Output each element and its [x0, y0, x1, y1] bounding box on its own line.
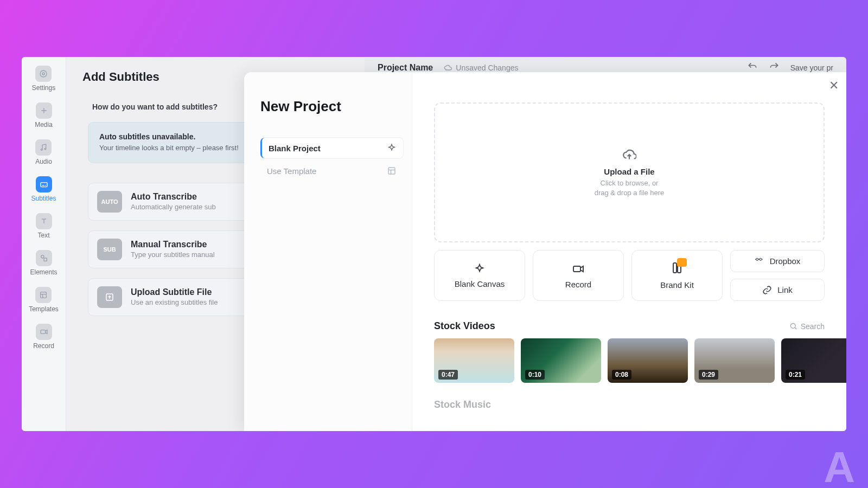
- gear-icon: [35, 66, 52, 82]
- sidebar-item-label: Settings: [32, 84, 55, 92]
- svg-point-1: [40, 70, 47, 77]
- text-icon: [36, 213, 52, 229]
- stock-thumbnails: 0:47 0:10 0:08 0:29 0:21: [434, 338, 825, 383]
- sidebar-item-label: Elements: [30, 268, 57, 276]
- shapes-icon: [36, 250, 52, 266]
- sidebar-item-media[interactable]: Media: [35, 102, 53, 129]
- app-window: Settings Media Audio Subtitles Text Elem…: [22, 57, 846, 431]
- duration-badge: 0:08: [612, 370, 631, 380]
- svg-point-5: [44, 148, 46, 150]
- sidebar-item-audio[interactable]: Audio: [35, 139, 52, 165]
- sidebar-item-templates[interactable]: Templates: [29, 287, 59, 313]
- sidebar-item-label: Subtitles: [31, 195, 56, 202]
- stock-video-thumb[interactable]: 0:21: [781, 338, 846, 383]
- stock-video-thumb[interactable]: 0:10: [521, 338, 601, 383]
- sidebar-item-text[interactable]: Text: [36, 213, 52, 239]
- stock-video-thumb[interactable]: 0:47: [434, 338, 514, 383]
- upload-badge-icon: [97, 286, 122, 308]
- stock-video-thumb[interactable]: 0:08: [608, 338, 688, 383]
- duration-badge: 0:10: [525, 370, 545, 380]
- camera-icon: [36, 324, 52, 340]
- sidebar-item-elements[interactable]: Elements: [30, 250, 57, 276]
- svg-rect-21: [573, 266, 580, 272]
- sidebar-item-label: Templates: [29, 305, 59, 313]
- option-title: Auto Transcribe: [131, 192, 216, 202]
- subtitle-icon: [36, 176, 52, 192]
- sidebar-item-subtitles[interactable]: Subtitles: [31, 176, 56, 202]
- modal-title: New Project: [260, 98, 403, 115]
- template-icon: [35, 287, 52, 303]
- option-subtitle: Automatically generate sub: [131, 203, 216, 211]
- stock-search-button[interactable]: Search: [789, 322, 825, 331]
- plus-icon: [36, 102, 52, 119]
- card-label: Blank Canvas: [455, 279, 505, 288]
- brand-kit-icon-wrap: [671, 261, 684, 276]
- duration-badge: 0:21: [786, 370, 805, 380]
- link-icon: [762, 285, 772, 295]
- upload-cloud-icon: [622, 147, 636, 162]
- search-icon: [789, 322, 797, 330]
- project-name[interactable]: Project Name: [378, 63, 433, 73]
- svg-rect-13: [41, 292, 47, 298]
- option-subtitle: Type your subtitles manual: [131, 251, 215, 259]
- stock-videos-header: Stock Videos Search: [434, 320, 825, 332]
- pill-label: Dropbox: [770, 256, 801, 266]
- unsaved-indicator: Unsaved Changes: [444, 63, 518, 72]
- sub-badge-icon: SUB: [97, 239, 122, 260]
- upgrade-badge-icon: [677, 258, 687, 267]
- modal-right-panel: Upload a File Click to browse, or drag &…: [412, 72, 846, 431]
- svg-rect-16: [41, 330, 46, 334]
- blank-canvas-card[interactable]: Blank Canvas: [434, 250, 525, 301]
- record-card[interactable]: Record: [533, 250, 624, 301]
- brand-kit-card[interactable]: Brand Kit: [631, 250, 723, 301]
- cloud-off-icon: [444, 63, 452, 72]
- template-icon: [387, 166, 397, 176]
- dropbox-button[interactable]: Dropbox: [730, 250, 825, 272]
- option-use-template[interactable]: Use Template: [260, 160, 403, 181]
- card-label: Record: [565, 280, 591, 289]
- card-label: Brand Kit: [660, 280, 694, 290]
- sidebar-item-label: Audio: [35, 158, 52, 165]
- watermark: A: [824, 442, 852, 488]
- upload-dropzone[interactable]: Upload a File Click to browse, or drag &…: [434, 102, 825, 242]
- pill-label: Link: [777, 285, 793, 294]
- section-title: Stock Videos: [434, 320, 495, 332]
- option-blank-project[interactable]: Blank Project: [260, 138, 403, 158]
- svg-point-11: [41, 255, 43, 258]
- music-note-icon: [35, 139, 52, 156]
- left-sidebar: Settings Media Audio Subtitles Text Elem…: [22, 57, 66, 431]
- sidebar-item-settings[interactable]: Settings: [32, 66, 55, 92]
- close-button[interactable]: ✕: [829, 79, 839, 93]
- upload-title: Upload a File: [604, 167, 654, 176]
- svg-point-0: [42, 73, 44, 75]
- sidebar-item-record[interactable]: Record: [33, 324, 54, 350]
- sidebar-item-label: Media: [35, 121, 53, 129]
- link-button[interactable]: Link: [730, 279, 825, 301]
- option-title: Manual Transcribe: [131, 240, 215, 249]
- svg-rect-6: [41, 183, 47, 187]
- duration-badge: 0:47: [438, 370, 458, 380]
- search-label: Search: [801, 322, 825, 331]
- auto-badge-icon: AUTO: [97, 191, 122, 213]
- camera-icon: [572, 262, 585, 275]
- sparkle-icon: [474, 263, 486, 275]
- option-subtitle: Use an existing subtitles file: [131, 298, 218, 306]
- option-title: Upload Subtitle File: [131, 287, 218, 297]
- sparkle-icon: [387, 143, 397, 153]
- new-project-modal: ✕ New Project Blank Project Use Template…: [244, 72, 846, 431]
- dropbox-icon: [755, 256, 764, 266]
- option-label: Blank Project: [269, 144, 321, 153]
- svg-point-4: [41, 149, 43, 151]
- modal-left-panel: New Project Blank Project Use Template: [244, 72, 412, 431]
- stock-music-header: Stock Music: [434, 399, 825, 410]
- sidebar-item-label: Record: [33, 342, 54, 350]
- svg-rect-12: [44, 258, 47, 261]
- stock-video-thumb[interactable]: 0:29: [694, 338, 775, 383]
- save-hint[interactable]: Save your pr: [790, 63, 833, 72]
- svg-rect-22: [673, 263, 676, 273]
- sidebar-item-label: Text: [37, 232, 49, 239]
- unsaved-label: Unsaved Changes: [456, 63, 518, 72]
- upload-sub: Click to browse, or drag & drop a file h…: [595, 178, 665, 197]
- action-row: Blank Canvas Record Brand Kit D: [434, 250, 825, 301]
- svg-point-24: [790, 324, 795, 329]
